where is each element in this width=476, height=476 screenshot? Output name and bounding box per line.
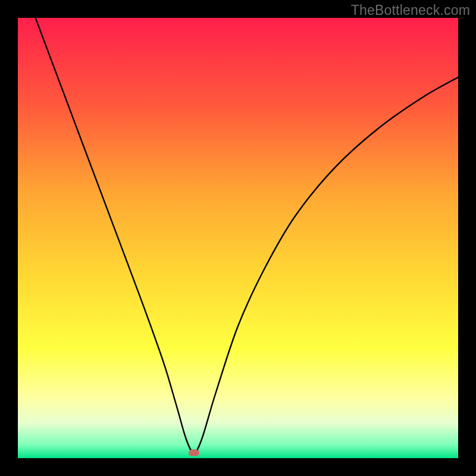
bottleneck-curve <box>18 18 458 458</box>
chart-frame: TheBottleneck.com <box>0 0 476 476</box>
watermark-text: TheBottleneck.com <box>351 2 470 18</box>
plot-area <box>18 18 458 458</box>
optimum-marker <box>189 450 199 456</box>
